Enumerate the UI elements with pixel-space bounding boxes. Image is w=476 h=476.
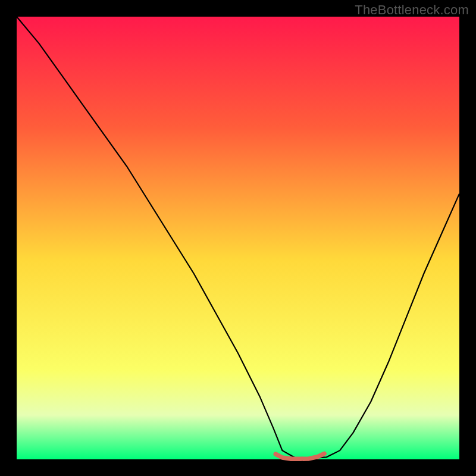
chart-gradient-bg bbox=[17, 17, 459, 459]
watermark-text: TheBottleneck.com bbox=[355, 2, 469, 18]
bottleneck-chart bbox=[0, 0, 476, 476]
chart-container: TheBottleneck.com bbox=[0, 0, 476, 476]
